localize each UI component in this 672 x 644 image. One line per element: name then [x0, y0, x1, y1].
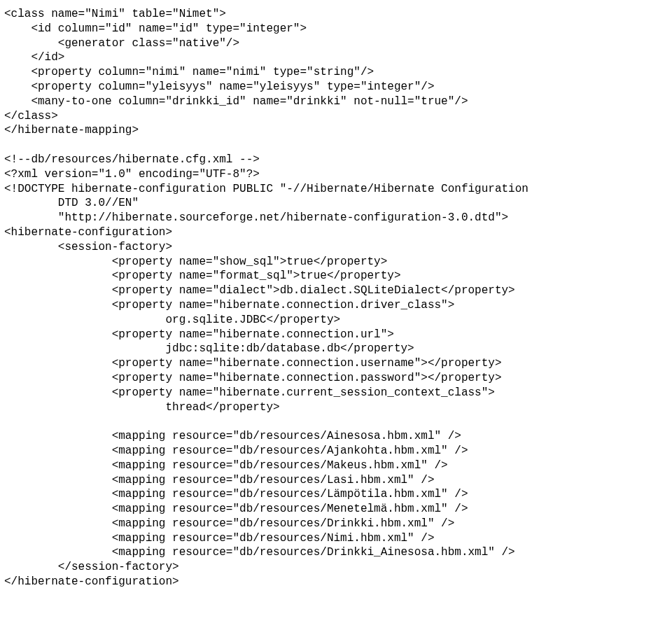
code-block: <class name="Nimi" table="Nimet"> <id co… — [0, 0, 672, 596]
